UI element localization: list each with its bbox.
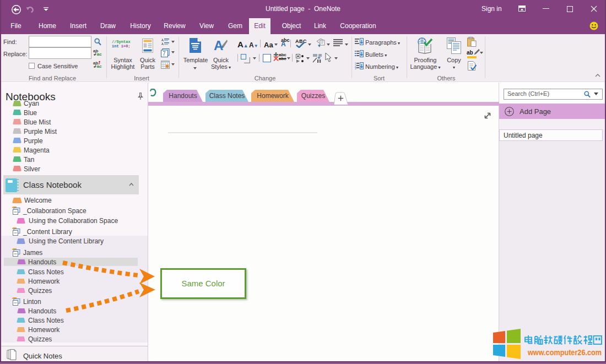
svg-text:3: 3: [355, 67, 356, 70]
svg-text:www.computer26.com: www.computer26.com: [527, 348, 602, 357]
svg-text:A: A: [214, 38, 223, 53]
svg-text:7: 7: [163, 51, 166, 57]
